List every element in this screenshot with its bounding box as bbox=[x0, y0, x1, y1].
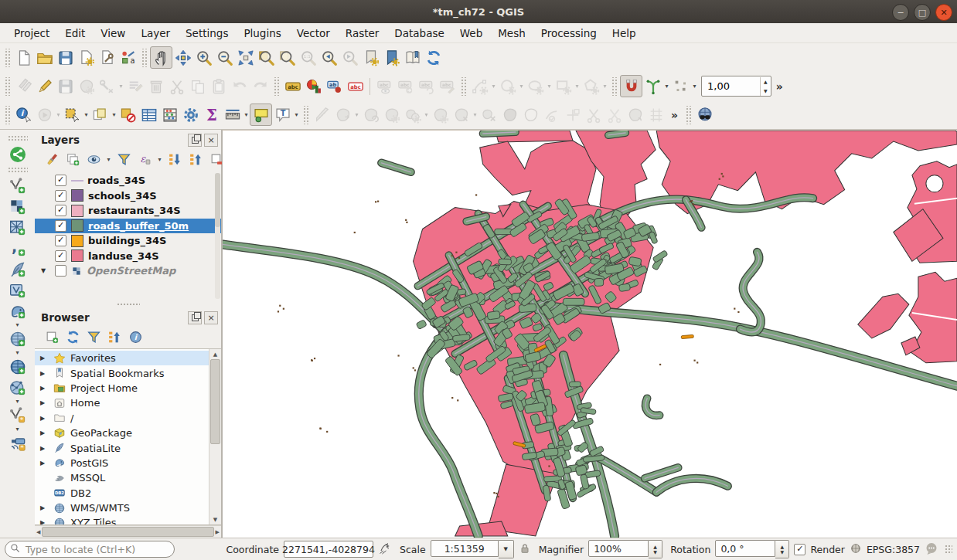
digitize-rectangle-button[interactable] bbox=[553, 76, 574, 97]
layer-visibility-checkbox[interactable]: ✓ bbox=[55, 235, 66, 246]
identify-features-button[interactable]: i bbox=[13, 104, 34, 125]
layer-visibility-checkbox[interactable]: ✓ bbox=[55, 250, 66, 262]
menu-raster[interactable]: Raster bbox=[338, 25, 387, 41]
new-print-layout-button[interactable] bbox=[76, 47, 97, 68]
digitize-ellipse-dropdown-icon[interactable]: ▾ bbox=[546, 83, 553, 90]
show-hidden-labels-button[interactable]: abc bbox=[374, 76, 395, 97]
zoom-out-button[interactable] bbox=[214, 47, 235, 68]
copy-features-button[interactable] bbox=[187, 76, 208, 97]
browser-vertical-scrollbar[interactable]: ▲ ▼ bbox=[209, 349, 221, 524]
add-vector-layer-button[interactable] bbox=[7, 175, 28, 196]
toggle-editing-button[interactable] bbox=[34, 76, 55, 97]
expander-icon[interactable]: ▶ bbox=[40, 429, 45, 436]
crs-value[interactable]: EPSG:3857 bbox=[867, 544, 920, 555]
fill-ring-button[interactable] bbox=[451, 104, 472, 125]
text-annotation-dropdown-icon[interactable]: ▾ bbox=[293, 111, 300, 118]
toolbar-overflow-icon[interactable]: » bbox=[776, 80, 783, 93]
browser-item-postgis[interactable]: ▶PostGIS bbox=[35, 456, 209, 470]
add-virtual-layer-button[interactable] bbox=[7, 280, 28, 300]
filter-legend-button[interactable] bbox=[114, 150, 133, 168]
show-layout-manager-button[interactable] bbox=[97, 47, 117, 68]
measure-dropdown-icon[interactable]: ▾ bbox=[243, 111, 250, 118]
pan-map-button[interactable] bbox=[150, 46, 172, 69]
rotate-feature-button[interactable] bbox=[360, 104, 381, 125]
cut-features-button[interactable] bbox=[166, 76, 187, 97]
change-label-button[interactable]: abc bbox=[437, 76, 458, 97]
zoom-in-button[interactable] bbox=[193, 47, 214, 68]
merge-feature-attributes-button[interactable] bbox=[625, 104, 645, 125]
trim-extend-button[interactable] bbox=[645, 104, 666, 125]
layer-item-schools_34s[interactable]: ✓schools_34S bbox=[35, 188, 221, 204]
digitize-rectangle-dropdown-icon[interactable]: ▾ bbox=[574, 83, 581, 90]
modify-attributes-dropdown-icon[interactable]: ▾ bbox=[117, 83, 124, 90]
save-project-button[interactable] bbox=[55, 47, 76, 68]
layer-item-roads_buffer_50m[interactable]: ✓roads_buffer_50m bbox=[35, 219, 221, 234]
expander-icon[interactable]: ▶ bbox=[40, 460, 45, 467]
add-wms-wmts-layer-dropdown-icon[interactable]: ▾ bbox=[14, 349, 21, 356]
select-by-value-button[interactable] bbox=[90, 104, 111, 125]
pin-unpin-labels-button[interactable]: ab bbox=[324, 76, 345, 97]
digitize-circle-button[interactable] bbox=[497, 76, 518, 97]
multi-edit-attributes-button[interactable] bbox=[124, 76, 145, 97]
measure-button[interactable] bbox=[222, 104, 243, 125]
digitize-regular-polygon-dropdown-icon[interactable]: ▾ bbox=[601, 83, 608, 90]
zoom-native-resolution-button[interactable]: 1:1 bbox=[298, 47, 318, 68]
menu-processing[interactable]: Processing bbox=[533, 25, 605, 41]
zoom-to-layer-button[interactable] bbox=[277, 47, 298, 68]
refresh-browser-button[interactable] bbox=[63, 328, 82, 346]
layer-visibility-checkbox[interactable]: ✓ bbox=[55, 205, 66, 216]
digitize-ellipse-button[interactable] bbox=[525, 76, 546, 97]
toolbar-drag-handle[interactable] bbox=[141, 49, 148, 67]
layer-labeling-options-button[interactable]: abc bbox=[282, 76, 303, 97]
toolbar-drag-handle[interactable] bbox=[302, 106, 309, 124]
menu-web[interactable]: Web bbox=[452, 25, 490, 41]
expander-icon[interactable]: ▶ bbox=[40, 415, 45, 422]
delete-ring-button[interactable] bbox=[478, 104, 499, 125]
add-delimited-text-layer-button[interactable]: , bbox=[7, 238, 28, 259]
browser-panel-close-button[interactable]: × bbox=[204, 311, 218, 324]
open-data-source-manager-button[interactable] bbox=[7, 144, 28, 165]
snapping-tolerance-spinbox[interactable]: ▲▼ bbox=[701, 76, 771, 97]
browser-item-project-home[interactable]: ▶Project Home bbox=[35, 381, 209, 395]
add-ring-dropdown-icon[interactable]: ▾ bbox=[423, 111, 430, 118]
layer-item-restaurants_34s[interactable]: ✓restaurants_34S bbox=[35, 203, 221, 219]
toolbar-drag-handle[interactable] bbox=[460, 77, 467, 96]
add-selected-layers-button[interactable] bbox=[43, 328, 61, 346]
scroll-up-icon[interactable]: ▲ bbox=[213, 349, 217, 359]
resize-grip[interactable] bbox=[945, 545, 952, 554]
zoom-to-selection-button[interactable] bbox=[256, 47, 277, 68]
digitize-with-segment-dropdown-icon[interactable]: ▾ bbox=[490, 83, 497, 90]
menu-settings[interactable]: Settings bbox=[178, 25, 236, 41]
extents-toggle-icon[interactable] bbox=[378, 541, 392, 558]
offset-curve-button[interactable] bbox=[541, 104, 562, 125]
maximize-button[interactable]: □ bbox=[914, 4, 931, 21]
panel-splitter[interactable] bbox=[35, 301, 221, 307]
filter-by-expression-dropdown-icon[interactable]: ▾ bbox=[156, 156, 163, 163]
move-feature-button[interactable] bbox=[332, 104, 353, 125]
enable-snapping-button[interactable] bbox=[620, 75, 642, 97]
browser-horizontal-scrollbar[interactable]: ◀ ▶ bbox=[35, 525, 221, 538]
snapping-tolerance-input[interactable] bbox=[702, 80, 760, 92]
select-features-button[interactable] bbox=[62, 104, 83, 125]
menu-database[interactable]: Database bbox=[387, 25, 451, 41]
menu-view[interactable]: View bbox=[93, 25, 133, 41]
lock-scale-icon[interactable] bbox=[519, 542, 531, 557]
zoom-next-button[interactable] bbox=[339, 47, 360, 68]
delete-part-button[interactable] bbox=[499, 104, 520, 125]
style-manager-button[interactable]: a bbox=[117, 47, 138, 68]
digitizing-options-button[interactable] bbox=[76, 76, 97, 97]
browser-item-mssql[interactable]: MSSQL bbox=[35, 470, 209, 485]
toolbar-drag-handle[interactable] bbox=[273, 77, 280, 96]
expander-icon[interactable]: ▶ bbox=[40, 370, 45, 377]
browser-panel-float-button[interactable] bbox=[188, 311, 202, 324]
toolbar-overflow-icon[interactable]: » bbox=[671, 109, 678, 121]
add-raster-layer-button[interactable] bbox=[7, 196, 28, 217]
add-mesh-layer-button[interactable] bbox=[7, 217, 28, 238]
layer-diagram-options-button[interactable] bbox=[303, 76, 324, 97]
select-by-value-dropdown-icon[interactable]: ▾ bbox=[111, 111, 117, 118]
manage-map-themes-button[interactable] bbox=[84, 150, 103, 168]
expand-all-button[interactable] bbox=[165, 150, 184, 168]
layer-visibility-checkbox[interactable]: ✓ bbox=[55, 175, 66, 186]
layer-expander-icon[interactable]: ▼ bbox=[41, 267, 46, 274]
expander-icon[interactable]: ▶ bbox=[40, 385, 45, 392]
